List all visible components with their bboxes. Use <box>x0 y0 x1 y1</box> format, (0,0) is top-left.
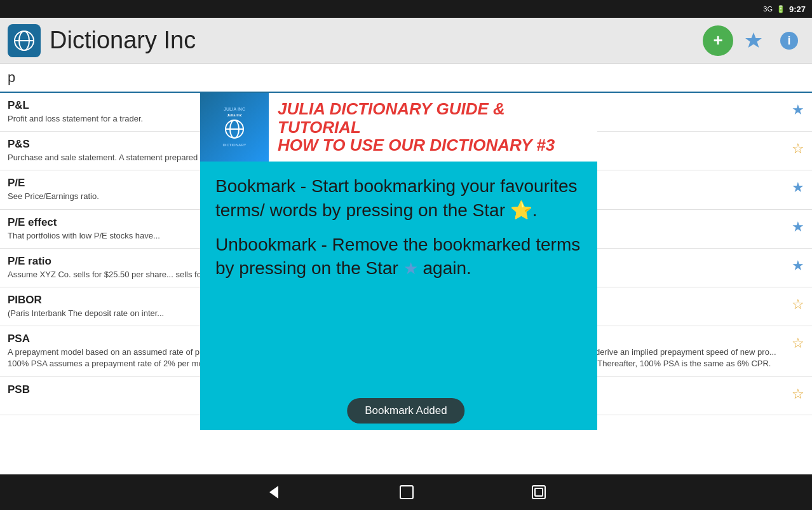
bookmark-star[interactable]: ★ <box>792 219 804 235</box>
network-icon: 3G <box>763 5 773 13</box>
svg-rect-12 <box>535 488 543 496</box>
tutorial-text1: Bookmark - Start bookmarking your favour… <box>215 174 582 223</box>
bookmark-star[interactable]: ☆ <box>792 386 804 403</box>
app-title: Dictionary Inc <box>50 27 698 54</box>
status-time: 9:27 <box>789 4 806 14</box>
tutorial-overlay[interactable]: JULIA INC Julia Inc DICTIONARY JULIA DIC… <box>200 93 597 430</box>
tutorial-title-block: JULIA DICTIONARY GUIDE & TUTORIAL HOW TO… <box>269 93 597 161</box>
tutorial-logo: JULIA INC Julia Inc DICTIONARY <box>200 93 269 162</box>
svg-text:i: i <box>787 34 790 47</box>
tutorial-title-line2: HOW TO USE OUR DICTIONARY #3 <box>278 136 588 155</box>
bookmark-star[interactable]: ★ <box>792 179 804 196</box>
add-icon: + <box>713 31 722 50</box>
info-icon: i <box>779 31 799 51</box>
bookmark-star[interactable]: ☆ <box>792 335 804 352</box>
app-bar: Dictionary Inc + i <box>0 18 812 64</box>
tutorial-text2: Unbookmark - Remove the bookmarked terms… <box>215 233 582 281</box>
recent-button[interactable] <box>530 483 548 501</box>
home-button[interactable] <box>398 483 416 501</box>
status-bar: 3G 🔋 9:27 <box>0 0 812 18</box>
tutorial-header: JULIA INC Julia Inc DICTIONARY JULIA DIC… <box>200 93 597 162</box>
search-input[interactable] <box>8 69 804 86</box>
tutorial-body: Bookmark - Start bookmarking your favour… <box>200 162 597 430</box>
toast-label: Bookmark Added <box>365 404 447 417</box>
bookmark-toast: Bookmark Added <box>347 398 464 424</box>
tutorial-title-line1: JULIA DICTIONARY GUIDE & TUTORIAL <box>278 100 588 136</box>
add-button[interactable]: + <box>703 25 733 56</box>
bookmark-star[interactable]: ★ <box>792 258 804 274</box>
star-icon <box>743 31 764 51</box>
info-button[interactable]: i <box>774 25 804 56</box>
main-content: P&LProfit and loss statement for a trade… <box>0 93 812 474</box>
back-button[interactable] <box>264 483 283 502</box>
app-icon <box>8 24 41 57</box>
battery-icon: 🔋 <box>776 5 785 13</box>
search-bar <box>0 64 812 93</box>
bookmark-star[interactable]: ☆ <box>792 141 804 157</box>
tutorial-logo-text: JULIA INC Julia Inc DICTIONARY <box>219 107 250 148</box>
bookmark-star[interactable]: ☆ <box>792 296 804 313</box>
bookmark-button[interactable] <box>738 25 769 56</box>
svg-marker-9 <box>269 486 278 499</box>
nav-bar <box>0 474 812 510</box>
svg-rect-10 <box>400 486 413 499</box>
bookmark-star[interactable]: ★ <box>792 102 804 118</box>
svg-marker-3 <box>745 32 762 48</box>
